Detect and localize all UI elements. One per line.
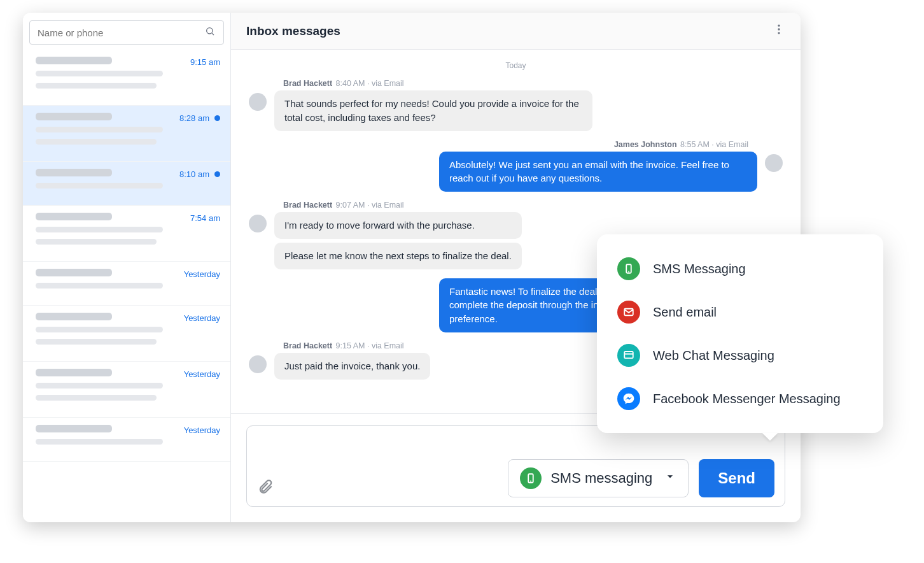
message-meta: Brad Hackett 9:07 AM · via Email xyxy=(249,201,783,210)
skeleton-line xyxy=(36,227,163,232)
conversation-item[interactable]: 8:10 am xyxy=(23,162,230,206)
skeleton-line xyxy=(36,239,157,245)
svg-line-1 xyxy=(212,33,214,35)
message-bubble: That sounds perfect for my needs! Could … xyxy=(274,90,592,131)
sms-icon xyxy=(520,467,542,489)
skeleton-line xyxy=(36,183,163,189)
conversation-sidebar: 9:15 am 8:28 am 8:10 am 7:54 am Yest xyxy=(23,13,231,522)
email-icon xyxy=(617,301,640,324)
conversation-time: 9:15 am xyxy=(190,57,220,67)
conversation-time: 8:10 am xyxy=(179,169,209,179)
skeleton-line xyxy=(36,169,112,176)
conversation-item[interactable]: 8:28 am xyxy=(23,106,230,162)
skeleton-line xyxy=(36,213,112,220)
avatar xyxy=(765,154,783,172)
skeleton-line xyxy=(36,339,157,345)
channel-option-label: SMS Messaging xyxy=(653,262,746,276)
send-button[interactable]: Send xyxy=(699,459,774,497)
conversation-time: Yesterday xyxy=(184,425,220,435)
conversation-item[interactable]: 9:15 am xyxy=(23,50,230,106)
skeleton-line xyxy=(36,57,112,64)
skeleton-line xyxy=(36,327,163,332)
message-bubble: Please let me know the next steps to fin… xyxy=(274,243,522,269)
message-bubble: I'm ready to move forward with the purch… xyxy=(274,212,522,239)
fb-icon xyxy=(617,387,640,410)
app-window: 9:15 am 8:28 am 8:10 am 7:54 am Yest xyxy=(23,13,801,522)
svg-point-2 xyxy=(778,25,780,27)
channel-option-label: Web Chat Messaging xyxy=(653,348,774,363)
conversation-time: 7:54 am xyxy=(190,213,220,223)
message-bubble: Just paid the invoice, thank you. xyxy=(274,353,430,380)
channel-menu-popover: SMS Messaging Send email Web Chat Messag… xyxy=(597,234,883,433)
skeleton-line xyxy=(36,127,163,132)
composer-controls: SMS messaging Send xyxy=(508,459,774,497)
day-separator: Today xyxy=(249,61,783,70)
conversation-item[interactable]: Yesterday xyxy=(23,362,230,418)
svg-point-0 xyxy=(207,28,213,34)
avatar xyxy=(249,215,267,232)
svg-rect-8 xyxy=(624,352,633,359)
conversation-time: Yesterday xyxy=(184,313,220,323)
message-group: Brad Hackett 8:40 AM · via Email That so… xyxy=(249,79,783,131)
conversation-time: Yesterday xyxy=(184,269,220,279)
unread-dot xyxy=(214,171,220,177)
search-icon xyxy=(205,26,215,39)
skeleton-line xyxy=(36,369,112,376)
more-options-icon[interactable] xyxy=(773,23,785,39)
channel-option[interactable]: Web Chat Messaging xyxy=(601,334,879,377)
sms-icon xyxy=(617,257,640,280)
skeleton-line xyxy=(36,383,163,388)
skeleton-line xyxy=(36,283,163,289)
skeleton-line xyxy=(36,395,157,401)
message-bubble: Absolutely! We just sent you an email wi… xyxy=(439,152,757,192)
avatar xyxy=(249,93,267,111)
unread-dot xyxy=(214,115,220,121)
conversation-item[interactable]: Yesterday xyxy=(23,418,230,462)
conversation-time: 8:28 am xyxy=(179,113,209,123)
channel-selector[interactable]: SMS messaging xyxy=(508,459,689,497)
skeleton-line xyxy=(36,83,157,89)
message-group: James Johnston 8:55 AM · via Email Absol… xyxy=(249,140,783,192)
channel-option-label: Facebook Messenger Messaging xyxy=(653,392,841,406)
skeleton-line xyxy=(36,113,112,120)
skeleton-line xyxy=(36,425,112,432)
channel-option-label: Send email xyxy=(653,305,717,320)
channel-option[interactable]: Send email xyxy=(601,290,879,334)
skeleton-line xyxy=(36,139,157,145)
message-meta: James Johnston 8:55 AM · via Email xyxy=(249,140,783,149)
skeleton-line xyxy=(36,71,163,76)
channel-selector-label: SMS messaging xyxy=(550,470,652,487)
conversation-item[interactable]: 7:54 am xyxy=(23,206,230,262)
message-composer[interactable]: SMS messaging Send xyxy=(246,425,785,507)
channel-option[interactable]: SMS Messaging xyxy=(601,247,879,290)
main-panel: Inbox messages Today Brad Hackett 8:40 A… xyxy=(231,13,801,522)
conversation-item[interactable]: Yesterday xyxy=(23,306,230,362)
webchat-icon xyxy=(617,344,640,367)
search-container xyxy=(23,13,230,50)
page-title: Inbox messages xyxy=(246,24,340,38)
thread-header: Inbox messages xyxy=(231,13,801,50)
svg-point-3 xyxy=(778,28,780,30)
skeleton-line xyxy=(36,439,163,445)
attachment-icon[interactable] xyxy=(257,478,274,497)
skeleton-line xyxy=(36,313,112,320)
channel-option[interactable]: Facebook Messenger Messaging xyxy=(601,377,879,420)
message-meta: Brad Hackett 8:40 AM · via Email xyxy=(249,79,783,88)
chevron-down-icon xyxy=(664,470,676,487)
search-input[interactable] xyxy=(29,20,224,45)
conversation-time: Yesterday xyxy=(184,369,220,379)
svg-point-4 xyxy=(778,32,780,34)
conversation-item[interactable]: Yesterday xyxy=(23,262,230,306)
conversation-list: 9:15 am 8:28 am 8:10 am 7:54 am Yest xyxy=(23,50,230,522)
skeleton-line xyxy=(36,269,112,276)
avatar xyxy=(249,355,267,373)
